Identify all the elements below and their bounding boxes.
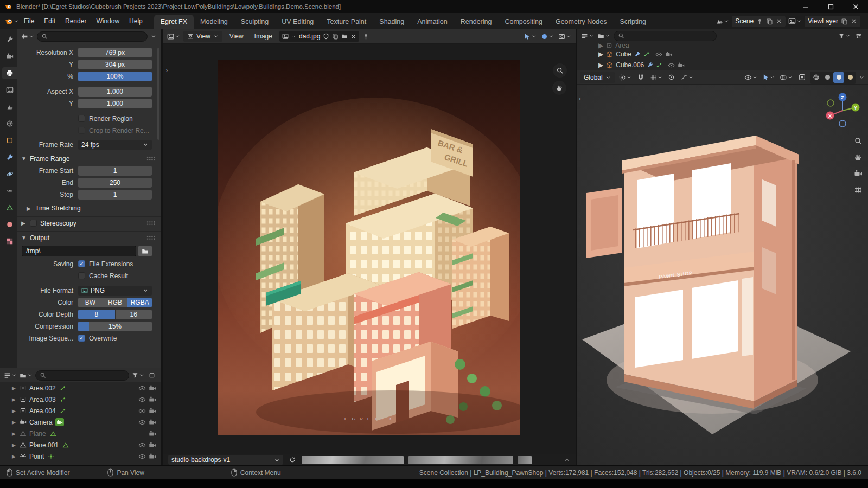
file-extensions-checkbox[interactable]: ✓ File Extensions	[78, 260, 133, 268]
solid-shading-button[interactable]	[822, 72, 833, 83]
aspect-y-field[interactable]: 1.000	[78, 99, 152, 108]
tab-rendering[interactable]: Rendering	[454, 15, 499, 29]
world-tab-icon[interactable]	[2, 118, 17, 130]
tab-sculpting[interactable]: Sculpting	[234, 15, 275, 29]
render-visibility-camera-icon[interactable]	[149, 453, 156, 460]
transform-orientation-dropdown[interactable]: Global	[580, 72, 615, 83]
editor-type-button[interactable]	[167, 31, 180, 42]
modifier-wrench-icon[interactable]	[647, 62, 653, 68]
orthographic-grid-icon[interactable]	[854, 185, 863, 194]
tab-texture-paint[interactable]: Texture Paint	[320, 15, 373, 29]
light-data-badge-icon[interactable]	[59, 384, 67, 392]
hide-eye-icon[interactable]	[138, 441, 146, 449]
pivot-point-button[interactable]	[617, 72, 633, 83]
pin-icon[interactable]	[362, 33, 369, 40]
menu-edit[interactable]: Edit	[39, 15, 60, 27]
snap-settings-button[interactable]	[649, 72, 663, 83]
sidebar-expand-chevron-icon[interactable]: ›	[165, 66, 168, 74]
properties-scrollbar[interactable]	[157, 48, 159, 140]
browse-image-icon[interactable]	[282, 33, 289, 40]
overwrite-checkbox[interactable]: ✓ Overwrite	[78, 335, 117, 342]
menu-render[interactable]: Render	[60, 15, 91, 27]
object-visibility-button[interactable]	[743, 72, 758, 83]
tab-shading[interactable]: Shading	[373, 15, 411, 29]
modifier-wrench-icon[interactable]	[634, 51, 641, 57]
navigation-gizmo[interactable]: Z X Y	[824, 91, 861, 131]
browse-scene-button[interactable]	[716, 16, 729, 27]
render-visibility-camera-icon[interactable]	[149, 419, 156, 426]
expand-arrow-icon[interactable]: ▶	[12, 454, 17, 459]
outliner-row-area003[interactable]: ▶ Area.003	[0, 394, 161, 405]
hide-eye-icon[interactable]	[138, 419, 146, 426]
proportional-edit-button[interactable]	[666, 72, 677, 83]
output-section-header[interactable]: ▼ Output	[17, 231, 161, 244]
collapse-chevron-icon[interactable]	[564, 457, 570, 463]
render-visibility-camera-icon[interactable]	[149, 441, 156, 449]
depth-8-button[interactable]: 8	[78, 310, 115, 319]
light-data-badge-icon[interactable]	[47, 452, 55, 460]
wireframe-shading-button[interactable]	[810, 72, 821, 83]
viewport-3d[interactable]: ‹	[577, 85, 868, 465]
blender-menu-button[interactable]	[4, 16, 19, 27]
stereoscopy-section-header[interactable]: ▶ Stereoscopy	[17, 216, 161, 229]
fake-user-shield-icon[interactable]	[323, 33, 329, 40]
color-bw-button[interactable]: BW	[78, 298, 103, 307]
expand-arrow-icon[interactable]: ▶	[12, 431, 17, 436]
remove-viewlayer-icon[interactable]	[851, 18, 857, 24]
crop-region-checkbox[interactable]: Crop to Render Re...	[78, 127, 149, 134]
tab-geometry-nodes[interactable]: Geometry Nodes	[549, 15, 613, 29]
gizmos-toggle-button[interactable]	[524, 31, 537, 42]
expand-arrow-icon[interactable]: ▶	[12, 386, 17, 391]
toolbar-expand-chevron-icon[interactable]: ‹	[579, 94, 581, 102]
material-preview-button[interactable]	[833, 72, 844, 83]
time-stretching-section-header[interactable]: ▶ Time Stretching	[17, 202, 161, 215]
outliner-row-camera[interactable]: ▶ Camera	[0, 416, 161, 428]
camera-view-icon[interactable]	[854, 169, 863, 178]
material-tab-icon[interactable]	[2, 219, 17, 230]
outliner-row-area004[interactable]: ▶ Area.004	[0, 405, 161, 416]
close-button[interactable]	[843, 0, 868, 13]
backdrop-thumbnail[interactable]	[302, 456, 404, 464]
tab-compositing[interactable]: Compositing	[498, 15, 548, 29]
unlink-image-icon[interactable]	[350, 34, 356, 40]
render-visibility-camera-icon[interactable]	[665, 51, 672, 58]
new-viewlayer-icon[interactable]	[841, 18, 848, 25]
new-collection-button[interactable]	[147, 370, 157, 381]
viewlayer-name-field[interactable]: ViewLayer	[805, 16, 860, 27]
camera-data-badge-icon[interactable]	[55, 418, 64, 426]
filter-chevron-icon[interactable]	[150, 33, 157, 40]
pan-tool-button[interactable]	[552, 81, 566, 95]
tab-uv-editing[interactable]: UV Editing	[275, 15, 320, 29]
light-data-badge-icon[interactable]	[59, 407, 67, 415]
browse-viewlayer-button[interactable]	[788, 16, 802, 27]
resolution-y-field[interactable]: 304 px	[78, 60, 152, 69]
render-visibility-camera-icon[interactable]	[149, 396, 156, 403]
properties-search-input[interactable]	[37, 31, 148, 42]
hide-eye-icon[interactable]	[655, 51, 662, 58]
panel-grip-icon[interactable]	[146, 235, 156, 240]
menu-window[interactable]: Window	[91, 15, 124, 27]
texture-tab-icon[interactable]	[2, 235, 17, 247]
minimize-button[interactable]	[793, 0, 818, 13]
hide-eye-icon[interactable]	[138, 453, 146, 460]
backdrop-thumbnail[interactable]	[518, 456, 532, 464]
backdrop-thumbnail[interactable]	[408, 456, 513, 464]
resolution-x-field[interactable]: 769 px	[78, 48, 152, 57]
filter-button[interactable]	[838, 30, 851, 41]
maximize-button[interactable]	[818, 0, 843, 13]
backdrop-dropdown[interactable]: studio-backdrops-v1	[168, 455, 283, 465]
tool-tab-icon[interactable]	[2, 34, 17, 46]
xray-toggle-button[interactable]	[796, 72, 807, 83]
stereoscopy-checkbox[interactable]	[30, 220, 37, 227]
zoom-icon[interactable]	[854, 137, 863, 145]
shading-settings-chevron-icon[interactable]	[859, 74, 865, 80]
tab-modeling[interactable]: Modeling	[194, 15, 234, 29]
hide-eye-icon[interactable]	[138, 407, 146, 415]
outliner-row-cube006[interactable]: ▶ Cube.006	[577, 60, 868, 70]
geometry-nodes-icon[interactable]	[656, 62, 662, 68]
depth-16-button[interactable]: 16	[116, 310, 152, 319]
frame-end-field[interactable]: 250	[78, 178, 152, 188]
aspect-x-field[interactable]: 1.000	[78, 87, 152, 97]
expand-arrow-icon[interactable]: ▶	[12, 408, 17, 414]
render-tab-icon[interactable]	[2, 50, 17, 62]
